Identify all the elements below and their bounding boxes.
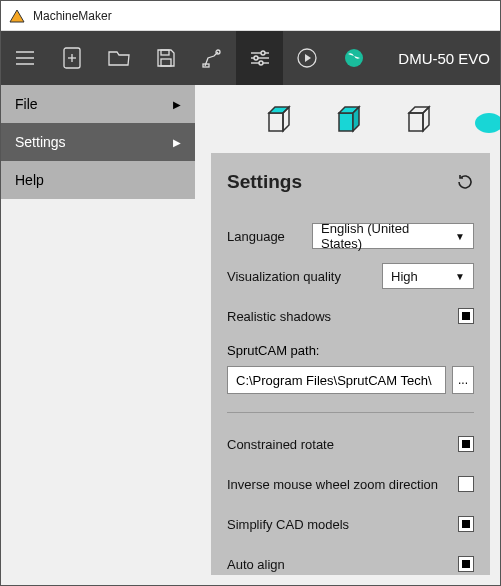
shadows-label: Realistic shadows bbox=[227, 309, 331, 324]
canvas-shapes bbox=[241, 101, 500, 141]
play-button[interactable] bbox=[283, 31, 330, 85]
settings-panel: Settings Language English (United States… bbox=[211, 153, 490, 575]
svg-marker-20 bbox=[269, 113, 283, 131]
open-folder-button[interactable] bbox=[95, 31, 142, 85]
shadows-checkbox[interactable] bbox=[458, 308, 474, 324]
path-input[interactable]: C:\Program Files\SprutCAM Tech\ bbox=[227, 366, 446, 394]
path-value: C:\Program Files\SprutCAM Tech\ bbox=[236, 373, 432, 388]
svg-point-19 bbox=[345, 49, 363, 67]
toolbar: DMU-50 EVO bbox=[1, 31, 500, 85]
globe-button[interactable] bbox=[330, 31, 377, 85]
blob-icon bbox=[471, 101, 501, 139]
menu-button[interactable] bbox=[1, 31, 48, 85]
auto-align-checkbox[interactable] bbox=[458, 556, 474, 572]
divider bbox=[227, 412, 474, 413]
simplify-checkbox[interactable] bbox=[458, 516, 474, 532]
submenu-arrow-icon: ▶ bbox=[173, 99, 181, 110]
chevron-down-icon: ▼ bbox=[455, 271, 465, 282]
language-dropdown[interactable]: English (United States) ▼ bbox=[312, 223, 474, 249]
inverse-zoom-checkbox[interactable] bbox=[458, 476, 474, 492]
menu-item-file[interactable]: File ▶ bbox=[1, 85, 195, 123]
robot-button[interactable] bbox=[189, 31, 236, 85]
svg-marker-23 bbox=[339, 113, 353, 131]
submenu-arrow-icon: ▶ bbox=[173, 137, 181, 148]
svg-marker-28 bbox=[423, 107, 429, 131]
cube-filled-icon bbox=[331, 101, 369, 139]
quality-dropdown[interactable]: High ▼ bbox=[382, 263, 474, 289]
svg-rect-7 bbox=[161, 50, 169, 55]
svg-point-29 bbox=[475, 113, 501, 133]
rotate-label: Constrained rotate bbox=[227, 437, 334, 452]
svg-marker-18 bbox=[305, 54, 311, 62]
menu-item-label: File bbox=[15, 96, 38, 112]
svg-point-9 bbox=[216, 50, 220, 54]
svg-point-12 bbox=[261, 51, 265, 55]
inverse-zoom-label: Inverse mouse wheel zoom direction bbox=[227, 477, 438, 492]
browse-button[interactable]: ... bbox=[452, 366, 474, 394]
dropdown-value: High bbox=[391, 269, 418, 284]
menu-item-label: Settings bbox=[15, 134, 66, 150]
settings-title: Settings bbox=[227, 171, 302, 193]
reset-button[interactable] bbox=[456, 173, 474, 191]
menu-item-label: Help bbox=[15, 172, 44, 188]
simplify-label: Simplify CAD models bbox=[227, 517, 349, 532]
settings-sliders-button[interactable] bbox=[236, 31, 283, 85]
svg-marker-0 bbox=[10, 10, 24, 22]
cube-outline-icon bbox=[401, 101, 439, 139]
menu-item-help[interactable]: Help bbox=[1, 161, 195, 199]
svg-point-16 bbox=[259, 61, 263, 65]
cube-icon bbox=[261, 101, 299, 139]
new-file-button[interactable] bbox=[48, 31, 95, 85]
svg-rect-10 bbox=[203, 64, 209, 67]
titlebar: MachineMaker bbox=[1, 1, 500, 31]
auto-align-label: Auto align bbox=[227, 557, 285, 572]
svg-marker-26 bbox=[409, 113, 423, 131]
project-title: DMU-50 EVO bbox=[398, 50, 500, 67]
dropdown-value: English (United States) bbox=[321, 221, 447, 251]
quality-label: Visualization quality bbox=[227, 269, 341, 284]
svg-rect-8 bbox=[161, 59, 171, 66]
main-menu: File ▶ Settings ▶ Help bbox=[1, 85, 195, 199]
rotate-checkbox[interactable] bbox=[458, 436, 474, 452]
menu-item-settings[interactable]: Settings ▶ bbox=[1, 123, 195, 161]
svg-point-14 bbox=[254, 56, 258, 60]
app-title: MachineMaker bbox=[33, 9, 112, 23]
language-label: Language bbox=[227, 229, 285, 244]
chevron-down-icon: ▼ bbox=[455, 231, 465, 242]
path-label: SprutCAM path: bbox=[227, 343, 474, 358]
save-button[interactable] bbox=[142, 31, 189, 85]
app-logo-icon bbox=[9, 8, 25, 24]
